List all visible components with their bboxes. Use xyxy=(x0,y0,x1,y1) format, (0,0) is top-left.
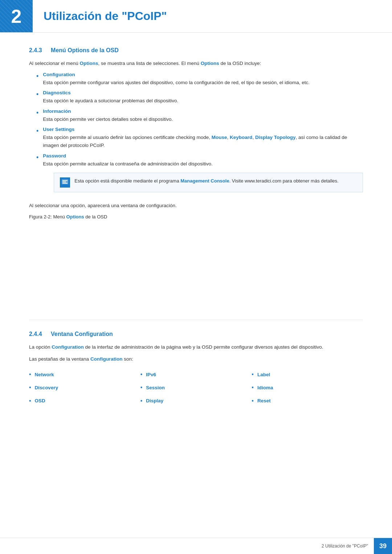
section-243-intro: Al seleccionar el menú Options, se muest… xyxy=(29,59,363,67)
figure-space xyxy=(29,225,363,305)
svg-marker-4 xyxy=(67,184,68,186)
header-banner: 2 Utilización de "PCoIP" xyxy=(0,0,392,33)
bullet-dot: • xyxy=(36,127,38,136)
bullet-desc: Esta opción permite configurar varios aj… xyxy=(43,80,310,85)
svg-rect-3 xyxy=(62,182,66,182)
bullet-title: User Settings xyxy=(43,127,363,132)
bullet-content: Diagnostics Esta opción le ayudará a sol… xyxy=(43,90,363,105)
bullet-dot: • xyxy=(29,383,31,391)
bullet-title: Password xyxy=(43,153,363,159)
main-content: 2.4.3 Menú Options de la OSD Al seleccio… xyxy=(0,33,392,439)
col-list-3: • Label • Idioma • Reset xyxy=(252,370,363,410)
section-244-heading: 2.4.4 Ventana Configuration xyxy=(29,331,363,337)
chapter-title: Utilización de "PCoIP" xyxy=(44,9,167,23)
section-divider xyxy=(29,320,363,320)
osd-link[interactable]: OSD xyxy=(35,398,45,403)
section-244-para2: Las pestañas de la ventana Configuration… xyxy=(29,355,363,363)
bullet-dot: • xyxy=(36,72,38,81)
section-243-heading: 2.4.3 Menú Options de la OSD xyxy=(29,47,363,54)
idioma-link[interactable]: Idioma xyxy=(257,385,273,390)
list-item: • OSD xyxy=(29,397,140,405)
session-link[interactable]: Session xyxy=(146,385,165,390)
list-item: • Idioma xyxy=(252,383,363,391)
page-footer: 2 Utilización de "PCoIP" 39 xyxy=(0,538,392,554)
svg-rect-2 xyxy=(62,180,68,181)
bullet-dot: • xyxy=(252,370,254,378)
bullet-content: Información Esta opción permite ver cier… xyxy=(43,108,363,123)
reset-link[interactable]: Reset xyxy=(257,398,271,403)
list-item: • Configuration Esta opción permite conf… xyxy=(36,72,363,87)
list-item: • Session xyxy=(140,383,252,391)
note-icon xyxy=(60,177,70,188)
list-item: • Información Esta opción permite ver ci… xyxy=(36,108,363,123)
section-244-para1: La opción Configuration de la interfaz d… xyxy=(29,343,363,351)
config-tabs-list: • Network • Discovery • OSD • IPv6 xyxy=(29,370,363,410)
chapter-number: 2 xyxy=(11,5,22,27)
bullet-content: Configuration Esta opción permite config… xyxy=(43,72,363,87)
bullet-content: Password Esta opción permite actualizar … xyxy=(43,153,363,198)
options-list: • Configuration Esta opción permite conf… xyxy=(36,72,363,198)
bullet-title: Información xyxy=(43,108,363,114)
list-item: • IPv6 xyxy=(140,370,252,378)
bullet-dot: • xyxy=(29,370,31,378)
figure-caption: Figura 2-2: Menú Options de la OSD xyxy=(29,214,363,219)
page-container: 2 Utilización de "PCoIP" 2.4.3 Menú Opti… xyxy=(0,0,392,554)
discovery-link[interactable]: Discovery xyxy=(35,385,58,390)
list-item: • User Settings Esta opción permite al u… xyxy=(36,127,363,149)
ipv6-link[interactable]: IPv6 xyxy=(146,372,156,377)
list-item: • Display xyxy=(140,397,252,405)
bullet-dot: • xyxy=(140,383,143,391)
footer-chapter-text: 2 Utilización de "PCoIP" xyxy=(322,543,368,549)
bullet-dot: • xyxy=(140,370,143,378)
col-list-1: • Network • Discovery • OSD xyxy=(29,370,140,410)
footer-page-number: 39 xyxy=(374,538,392,554)
note-box: Esta opción está disponible mediante el … xyxy=(54,173,363,192)
bullet-dot: • xyxy=(140,397,143,405)
bullet-title: Configuration xyxy=(43,72,363,77)
bullet-title: Diagnostics xyxy=(43,90,363,95)
bullet-dot: • xyxy=(29,397,31,405)
list-item: • Reset xyxy=(252,397,363,405)
list-item: • Network xyxy=(29,370,140,378)
bullet-desc: Esta opción le ayudará a solucionar prob… xyxy=(43,98,178,103)
list-item: • Discovery xyxy=(29,383,140,391)
col-list-2: • IPv6 • Session • Display xyxy=(140,370,252,410)
list-item: • Diagnostics Esta opción le ayudará a s… xyxy=(36,90,363,105)
bullet-desc: Esta opción permite ver ciertos detalles… xyxy=(43,116,173,122)
bullet-dot: • xyxy=(252,397,254,405)
label-link[interactable]: Label xyxy=(257,372,270,377)
bullet-content: User Settings Esta opción permite al usu… xyxy=(43,127,363,149)
chapter-number-box: 2 xyxy=(0,0,33,32)
bullet-dot: • xyxy=(36,108,38,118)
after-note-para: Al seleccionar una opción, aparecerá una… xyxy=(29,202,363,210)
note-text: Esta opción está disponible mediante el … xyxy=(74,177,338,185)
list-item: • Label xyxy=(252,370,363,378)
list-item: • Password Esta opción permite actualiza… xyxy=(36,153,363,198)
bullet-dot: • xyxy=(252,383,254,391)
network-link[interactable]: Network xyxy=(35,372,54,377)
chapter-title-area: Utilización de "PCoIP" xyxy=(33,0,392,32)
bullet-desc: Esta opción permite actualizar la contra… xyxy=(43,161,213,167)
display-link[interactable]: Display xyxy=(146,398,163,403)
svg-rect-1 xyxy=(62,183,68,184)
bullet-desc: Esta opción permite al usuario definir l… xyxy=(43,135,347,148)
bullet-dot: • xyxy=(36,153,38,162)
note-svg-icon xyxy=(62,179,68,186)
bullet-dot: • xyxy=(36,90,38,99)
